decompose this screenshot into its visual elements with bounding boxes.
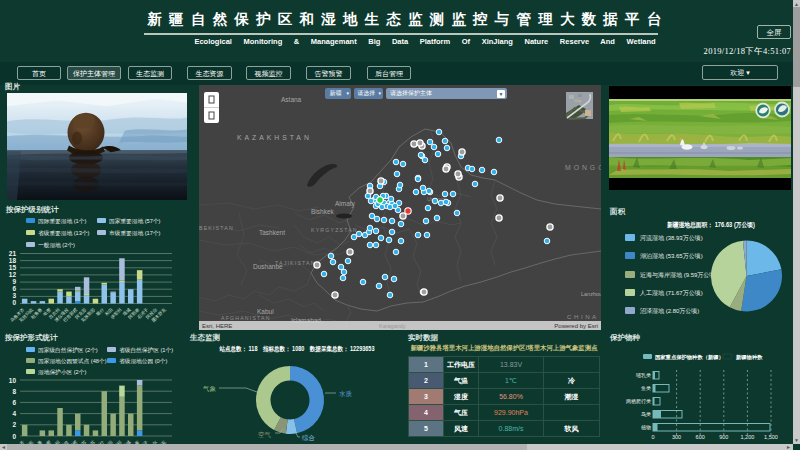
svg-text:综合: 综合 xyxy=(302,434,316,442)
svg-text:Bishkek: Bishkek xyxy=(311,208,335,215)
svg-text:6: 6 xyxy=(12,399,16,406)
svg-text:2: 2 xyxy=(12,421,16,428)
svg-text:一般湿地 (2个): 一般湿地 (2个) xyxy=(38,242,75,249)
svg-text:哺乳类: 哺乳类 xyxy=(636,372,651,378)
svg-text:0: 0 xyxy=(12,433,16,440)
svg-text:6: 6 xyxy=(12,285,16,292)
svg-text:10: 10 xyxy=(9,377,17,384)
svg-text:两栖爬行类: 两栖爬行类 xyxy=(626,398,651,405)
svg-text:KYRGYZSTAN: KYRGYZSTAN xyxy=(311,227,358,233)
svg-text:国家重要湿地 (57个): 国家重要湿地 (57个) xyxy=(109,218,161,225)
svg-text:0: 0 xyxy=(651,434,654,440)
svg-text:21: 21 xyxy=(9,250,17,257)
svg-text:0: 0 xyxy=(12,299,16,306)
svg-text:Tashkent: Tashkent xyxy=(259,229,285,236)
svg-text:新疆湿地总面积： 176.63 (万公顷): 新疆湿地总面积： 176.63 (万公顷) xyxy=(667,221,755,229)
svg-text:河流湿地 (38.93万公顷): 河流湿地 (38.93万公顷) xyxy=(640,234,703,242)
svg-text:Lanzhou: Lanzhou xyxy=(581,291,601,297)
svg-text:Esri, HERE: Esri, HERE xyxy=(202,323,232,329)
svg-text:3: 3 xyxy=(12,292,16,299)
svg-text:省级自然保护区 (1个): 省级自然保护区 (1个) xyxy=(119,347,173,354)
svg-text:9: 9 xyxy=(12,278,16,285)
svg-text:人工湿地 (71.67万公顷): 人工湿地 (71.67万公顷) xyxy=(639,289,703,296)
svg-text:KAZAKHSTAN: KAZAKHSTAN xyxy=(237,134,312,141)
svg-text:植物: 植物 xyxy=(641,424,651,431)
svg-text:4: 4 xyxy=(12,410,16,417)
svg-text:Dushanbe: Dushanbe xyxy=(253,263,283,270)
svg-text:空气: 空气 xyxy=(258,431,272,438)
svg-text:国家湿地公园暨试点 (48个): 国家湿地公园暨试点 (48个) xyxy=(38,358,107,365)
svg-text:Kabul: Kabul xyxy=(257,308,274,315)
svg-text:12: 12 xyxy=(9,271,17,278)
svg-text:15: 15 xyxy=(9,264,17,271)
svg-text:MONGO: MONGO xyxy=(565,164,601,171)
svg-text:8: 8 xyxy=(12,388,16,395)
svg-text:CHINA: CHINA xyxy=(567,313,599,320)
svg-text:BEKISTAN: BEKISTAN xyxy=(199,225,234,231)
svg-text:喀什: 喀什 xyxy=(95,307,105,317)
svg-text:省级重要湿地 (13个): 省级重要湿地 (13个) xyxy=(38,230,90,237)
svg-text:300: 300 xyxy=(672,434,681,440)
svg-text:鱼类: 鱼类 xyxy=(641,385,651,391)
svg-text:市级重要湿地 (17个): 市级重要湿地 (17个) xyxy=(109,230,161,237)
svg-text:水质: 水质 xyxy=(339,390,353,397)
svg-text:国家重点保护物种数（新疆）: 国家重点保护物种数（新疆） xyxy=(655,354,724,361)
svg-text:省级湿地公园 (0个): 省级湿地公园 (0个) xyxy=(119,358,167,365)
svg-text:Astana: Astana xyxy=(281,96,302,103)
svg-text:1,200: 1,200 xyxy=(741,434,755,440)
svg-text:City: City xyxy=(574,98,581,103)
svg-text:站点总数： 118 指标总数： 1080 数据采集总数： 1: 站点总数： 118 指标总数： 1080 数据采集总数： 12293653 xyxy=(219,345,375,353)
svg-text:国际重要湿地 (1个): 国际重要湿地 (1个) xyxy=(38,218,86,225)
svg-text:沼泽湿地 (2.80万公顷): 沼泽湿地 (2.80万公顷) xyxy=(640,307,699,315)
svg-text:湖泊湿地 (53.65万公顷): 湖泊湿地 (53.65万公顷) xyxy=(640,252,703,260)
svg-text:气象: 气象 xyxy=(203,385,217,392)
svg-text:900: 900 xyxy=(719,434,728,440)
svg-text:1,500: 1,500 xyxy=(764,434,778,440)
svg-text:Powered by Esri: Powered by Esri xyxy=(554,323,598,329)
svg-text:湿地保护小区 (2个): 湿地保护小区 (2个) xyxy=(38,369,86,375)
svg-text:新疆物种数: 新疆物种数 xyxy=(735,354,763,361)
svg-text:Karagandy: Karagandy xyxy=(379,323,406,329)
svg-text:AFGHANISTAN: AFGHANISTAN xyxy=(221,315,271,321)
svg-text:Almaty: Almaty xyxy=(335,200,356,208)
svg-text:国家级自然保护区 (2个): 国家级自然保护区 (2个) xyxy=(38,347,98,354)
svg-text:鸟类: 鸟类 xyxy=(641,411,651,418)
svg-text:近海与海岸湿地 (9.59万公顷): 近海与海岸湿地 (9.59万公顷) xyxy=(640,271,717,278)
svg-text:600: 600 xyxy=(696,434,705,440)
svg-text:18: 18 xyxy=(9,257,17,264)
